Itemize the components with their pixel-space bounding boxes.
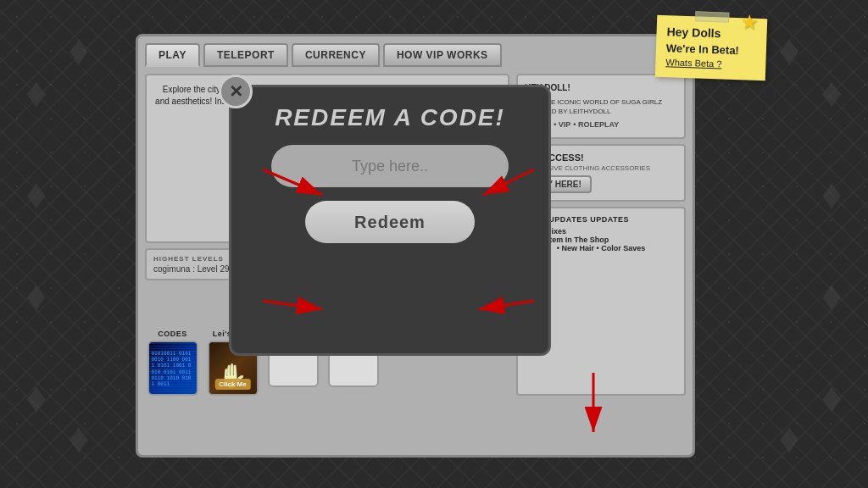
codes-thumb[interactable]: 01010011 0101 0010 1100 0011 0101 1001 0… <box>147 341 198 396</box>
tab-vip[interactable]: HOW VIP WORKS <box>383 43 502 67</box>
roleplay-link[interactable]: ROLEPLAY <box>573 119 619 130</box>
nav-tabs: PLAY TELEPORT CURRENCY HOW VIP WORKS <box>145 43 686 67</box>
sticky-line3: Whats Beta ? <box>665 56 755 72</box>
click-me-label: Click Me <box>214 379 250 390</box>
code-matrix-text: 01010011 0101 0010 1100 0011 0101 1001 0… <box>149 347 197 389</box>
sticky-note: ★ Hey Dolls We're In Beta! Whats Beta ? <box>655 15 767 81</box>
code-input[interactable] <box>271 145 509 187</box>
tab-play[interactable]: PLAY <box>145 43 200 67</box>
sticky-star-icon: ★ <box>740 8 760 36</box>
codes-label: CODES <box>158 330 187 338</box>
codes-icon-item[interactable]: CODES 01010011 0101 0010 1100 0011 0101 … <box>145 330 200 396</box>
tab-currency[interactable]: CURRENCY <box>292 43 380 67</box>
redeem-modal: ✕ REDEEM A CODE! Redeem <box>229 85 551 356</box>
redeem-button[interactable]: Redeem <box>305 201 475 243</box>
tab-teleport[interactable]: TELEPORT <box>203 43 288 67</box>
vip-link[interactable]: VIP <box>554 119 570 130</box>
modal-close-button[interactable]: ✕ <box>219 75 253 108</box>
modal-title: REDEEM A CODE! <box>275 104 505 131</box>
sticky-tape <box>695 11 729 22</box>
